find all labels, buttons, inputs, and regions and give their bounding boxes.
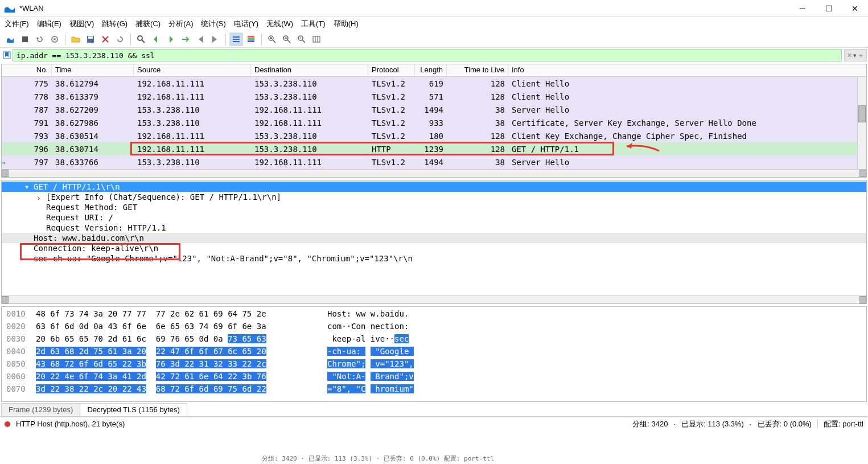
go-to-packet-button[interactable] [179, 32, 192, 46]
detail-request-version: Request Version: HTTP/1.1 [2, 223, 866, 233]
restart-capture-button[interactable] [33, 32, 47, 46]
display-filter-input[interactable] [13, 49, 842, 61]
zoom-out-button[interactable] [280, 32, 294, 46]
bytes-tabs: Frame (1239 bytes) Decrypted TLS (1156 b… [1, 403, 867, 417]
detail-host-header[interactable]: Host: www.baidu.com\r\n [2, 233, 866, 243]
hex-row[interactable]: 006020 22 4e 6f 74 3a 41 2d 42 72 61 6e … [6, 372, 866, 384]
zoom-in-button[interactable] [265, 32, 279, 46]
col-source[interactable]: Source [134, 64, 251, 76]
col-time[interactable]: Time [52, 64, 134, 76]
menu-file[interactable]: 文件(F) [5, 19, 29, 29]
col-info[interactable]: Info [508, 64, 866, 76]
menu-wireless[interactable]: 无线(W) [266, 19, 293, 29]
packet-row[interactable]: 77538.612794192.168.11.111153.3.238.110T… [2, 77, 866, 90]
svg-rect-16 [313, 36, 320, 42]
menu-telephony[interactable]: 电话(Y) [234, 19, 258, 29]
hex-row[interactable]: 003020 6b 65 65 70 2d 61 6c 69 76 65 0d … [6, 334, 866, 347]
status-displayed: 已显示: 113 (3.3%) [681, 419, 744, 429]
packet-row[interactable]: 79338.630514192.168.11.111153.3.238.110T… [2, 129, 866, 142]
window-title: *WLAN [19, 4, 789, 13]
clear-filter-icon[interactable]: ✕ [847, 52, 852, 59]
svg-rect-4 [88, 36, 93, 39]
packet-list-pane: No. Time Source Destination Protocol Len… [1, 64, 867, 178]
col-length[interactable]: Length [415, 64, 447, 76]
status-field-info: HTTP Host (http.host), 21 byte(s) [16, 420, 125, 428]
menu-help[interactable]: 帮助(H) [334, 19, 359, 29]
filter-bar: ✕ ▾ ＋ [0, 48, 868, 63]
packet-row[interactable]: 79738.633766153.3.238.110192.168.11.111T… [2, 155, 866, 169]
save-button[interactable] [84, 32, 97, 46]
bookmark-filter-icon[interactable] [1, 50, 13, 61]
packet-row[interactable]: 78738.627209153.3.238.110192.168.11.111T… [2, 103, 866, 116]
minimize-button[interactable]: ─ [789, 0, 816, 17]
filter-dropdown-icon[interactable]: ▾ [853, 52, 857, 59]
maximize-button[interactable]: ☐ [816, 0, 842, 17]
col-ttl[interactable]: Time to Live [447, 64, 508, 76]
packet-details-pane[interactable]: GET / HTTP/1.1\r\n [Expert Info (Chat/Se… [1, 180, 867, 304]
menu-capture[interactable]: 捕获(C) [135, 19, 161, 29]
menu-tools[interactable]: 工具(T) [301, 19, 326, 29]
hex-row[interactable]: 001048 6f 73 74 3a 20 77 77 77 2e 62 61 … [6, 309, 866, 322]
packet-row[interactable]: 79138.627986153.3.238.110192.168.11.111T… [2, 116, 866, 129]
status-profile[interactable]: 配置: port-ttl [824, 419, 863, 429]
col-no[interactable]: No. [2, 64, 52, 76]
find-button[interactable] [134, 32, 148, 46]
hex-row[interactable]: 00703d 22 38 22 2c 20 22 43 68 72 6f 6d … [6, 384, 866, 397]
tab-decrypted-tls[interactable]: Decrypted TLS (1156 bytes) [80, 403, 187, 416]
go-last-button[interactable] [208, 32, 222, 46]
zoom-reset-button[interactable]: 1 [295, 32, 308, 46]
packet-row[interactable]: 79638.630714192.168.11.111153.3.238.110H… [2, 142, 866, 155]
detail-sec-ch-ua-header: sec-ch-ua: "Google Chrome";v="123", "Not… [2, 253, 866, 264]
packet-list-body[interactable]: → 77538.612794192.168.11.111153.3.238.11… [2, 77, 866, 169]
filter-actions[interactable]: ✕ ▾ ＋ [844, 49, 867, 61]
detail-connection-header: Connection: keep-alive\r\n [2, 243, 866, 253]
colorize-button[interactable] [244, 32, 258, 46]
go-back-button[interactable] [149, 32, 163, 46]
current-packet-marker-icon: → [2, 158, 5, 167]
reload-button[interactable] [113, 32, 127, 46]
menu-statistics[interactable]: 统计(S) [201, 19, 225, 29]
menu-analyze[interactable]: 分析(A) [168, 19, 193, 29]
packet-bytes-pane[interactable]: 001048 6f 73 74 3a 20 77 77 77 2e 62 61 … [1, 306, 867, 402]
titlebar: *WLAN ─ ☐ ✕ [0, 0, 868, 17]
wireshark-logo-icon [3, 2, 16, 15]
svg-point-5 [138, 36, 142, 40]
hex-row[interactable]: 00402d 63 68 2d 75 61 3a 20 22 47 6f 6f … [6, 347, 866, 359]
svg-rect-11 [248, 40, 254, 42]
svg-rect-6 [233, 36, 240, 38]
detail-request-line[interactable]: GET / HTTP/1.1\r\n [2, 182, 866, 192]
packet-row[interactable]: 77838.613379192.168.11.111153.3.238.110T… [2, 90, 866, 103]
close-file-button[interactable] [98, 32, 112, 46]
col-destination[interactable]: Destination [251, 64, 368, 76]
close-button[interactable]: ✕ [842, 0, 868, 17]
detail-request-uri: Request URI: / [2, 212, 866, 223]
status-packets: 分组: 3420 [632, 419, 668, 429]
filter-add-icon[interactable]: ＋ [858, 51, 864, 60]
packet-list-header[interactable]: No. Time Source Destination Protocol Len… [2, 64, 866, 77]
detail-request-method: Request Method: GET [2, 202, 866, 212]
hex-row[interactable]: 005043 68 72 6f 6d 65 22 3b 76 3d 22 31 … [6, 359, 866, 372]
packet-row[interactable]: 80138.634236153.3.238.110192.168.11.111T… [2, 169, 866, 169]
tab-frame[interactable]: Frame (1239 bytes) [1, 403, 80, 416]
col-protocol[interactable]: Protocol [368, 64, 415, 76]
go-forward-button[interactable] [164, 32, 178, 46]
menu-go[interactable]: 跳转(G) [102, 19, 127, 29]
menu-view[interactable]: 视图(V) [69, 19, 94, 29]
capture-options-button[interactable] [48, 32, 61, 46]
svg-rect-9 [248, 36, 254, 38]
stop-capture-button[interactable] [18, 32, 32, 46]
auto-scroll-button[interactable] [229, 32, 243, 46]
svg-rect-0 [22, 36, 28, 42]
resize-columns-button[interactable] [310, 32, 323, 46]
menu-edit[interactable]: 编辑(E) [37, 19, 61, 29]
open-file-button[interactable] [69, 32, 83, 46]
svg-rect-10 [248, 38, 254, 40]
menubar: 文件(F) 编辑(E) 视图(V) 跳转(G) 捕获(C) 分析(A) 统计(S… [0, 17, 868, 31]
start-capture-button[interactable] [3, 32, 17, 46]
go-first-button[interactable] [194, 32, 207, 46]
svg-rect-7 [233, 39, 240, 40]
detail-expert-info[interactable]: [Expert Info (Chat/Sequence): GET / HTTP… [2, 192, 866, 202]
hex-row[interactable]: 002063 6f 6d 0d 0a 43 6f 6e 6e 65 63 74 … [6, 322, 866, 334]
svg-text:1: 1 [299, 36, 302, 40]
expert-info-indicator-icon[interactable] [5, 421, 10, 427]
